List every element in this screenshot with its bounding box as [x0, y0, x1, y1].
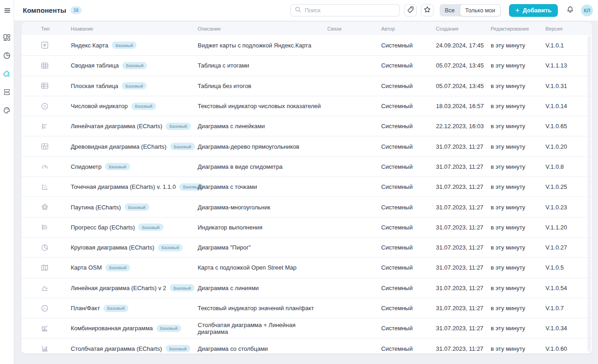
component-created: 31.07.2023, 11:27: [436, 264, 491, 271]
add-component-button[interactable]: + Добавить: [509, 4, 558, 17]
component-created: 22.12.2023, 16:03: [436, 123, 491, 130]
user-avatar[interactable]: КЛ: [581, 5, 593, 16]
component-author: Системный: [381, 143, 436, 150]
column-header-version: Версия: [546, 26, 592, 31]
column-header-links: Связи: [327, 26, 381, 31]
component-edited: в эту минуту: [491, 285, 546, 291]
component-created: 31.07.2023, 11:27: [436, 345, 491, 352]
component-badge: Базовый: [170, 284, 194, 291]
notifications-button[interactable]: [564, 5, 576, 16]
component-author: Системный: [381, 224, 436, 231]
treemap-icon: [41, 143, 71, 150]
component-name: Яндекс Карта: [71, 42, 108, 49]
column-header-author: Автор: [381, 26, 436, 31]
component-name: Древовидная диаграмма (ECharts): [71, 143, 167, 150]
component-created: 31.07.2023, 11:27: [436, 183, 491, 190]
sidebar-item-components-puzzle[interactable]: [0, 65, 14, 83]
component-version: V.1.0.34: [546, 325, 592, 332]
table-scrollbar[interactable]: [588, 36, 591, 352]
tag-icon: [407, 6, 414, 15]
table-row[interactable]: Плоская таблица Базовый Таблица без итог…: [21, 76, 592, 96]
sidebar-item-pie-chart-nav[interactable]: [0, 47, 14, 65]
table-row[interactable]: Паутина (ECharts) Базовый Диаграмма-мног…: [21, 197, 592, 217]
component-description: Диаграмма с точками: [198, 183, 327, 190]
table-header-row: Тип Название Описание Связи Автор Создан…: [21, 22, 592, 35]
component-version: V.1.1.13: [546, 62, 592, 69]
component-edited: в эту минуту: [491, 264, 546, 271]
svg-text:16: 16: [43, 105, 46, 108]
component-name: Спидометр: [71, 163, 101, 170]
table-row[interactable]: Карта OSM Базовый Карта с подложкой Open…: [21, 257, 592, 277]
component-author: Системный: [381, 305, 436, 312]
table-row[interactable]: Яндекс Карта Базовый Виджет карты с подл…: [21, 35, 592, 55]
table-row[interactable]: Круговая диаграмма (ECharts) Базовый Диа…: [21, 237, 592, 257]
component-edited: в эту минуту: [491, 163, 546, 170]
svg-editor-icon: SVG: [3, 88, 10, 96]
combo-chart-icon: [41, 325, 71, 332]
components-puzzle-icon: [3, 70, 10, 78]
component-description: Диаграмма с линиями: [198, 285, 327, 291]
component-badge: Базовый: [166, 123, 190, 130]
favorites-filter-button[interactable]: [421, 4, 434, 16]
table-row[interactable]: Спидометр Базовый Диаграмма в виде спидо…: [21, 156, 592, 177]
table-row[interactable]: Сводная таблица Базовый Таблица с итогам…: [21, 55, 592, 75]
component-author: Системный: [381, 325, 436, 332]
sidebar-item-svg-editor[interactable]: SVG: [0, 83, 14, 101]
component-description: Индикатор выполнения: [198, 224, 327, 231]
table-row[interactable]: Линейная диаграмма (ECharts) v 2 Базовый…: [21, 278, 592, 298]
pie-chart-nav-icon: [3, 52, 10, 59]
component-description: Столбчатая диаграмма + Линейная диаграмм…: [198, 322, 327, 335]
table-row[interactable]: Комбинированная диаграмма Базовый Столбч…: [21, 318, 592, 338]
component-author: Системный: [381, 345, 436, 352]
component-edited: в эту минуту: [491, 183, 546, 190]
component-edited: в эту минуту: [491, 62, 546, 69]
component-created: 31.07.2023, 11:27: [436, 143, 491, 150]
component-edited: в эту минуту: [491, 345, 546, 352]
component-author: Системный: [381, 62, 436, 69]
asterisk-widget-icon: [41, 42, 71, 49]
sidebar-item-dashboards[interactable]: [0, 28, 14, 47]
component-version: V.1.0.7: [546, 305, 592, 312]
menu-toggle-button[interactable]: [0, 0, 14, 21]
component-created: 18.03.2024, 16:57: [436, 103, 491, 109]
search-input[interactable]: [304, 7, 396, 14]
component-author: Системный: [381, 163, 436, 170]
tags-filter-button[interactable]: [404, 4, 417, 16]
pivot-table-icon: [41, 62, 71, 69]
search-box[interactable]: [290, 4, 400, 16]
table-row[interactable]: 16 Числовой индикатор Базовый Текстовый …: [21, 96, 592, 116]
table-body: Яндекс Карта Базовый Виджет карты с подл…: [21, 35, 592, 354]
table-row[interactable]: 75% План/Факт Базовый Текстовый индикато…: [21, 298, 592, 318]
ownership-filter-toggle: Все Только мои: [440, 4, 500, 16]
component-badge: Базовый: [131, 103, 156, 110]
component-description: Текстовый индикатор значений план/факт: [198, 305, 327, 312]
horizontal-bar-chart-icon: [41, 123, 71, 130]
component-edited: в эту минуту: [491, 83, 546, 89]
table-row[interactable]: Древовидная диаграмма (ECharts) Базовый …: [21, 136, 592, 156]
component-name: Прогресс бар (ECharts): [71, 224, 135, 231]
filter-option-all[interactable]: Все: [440, 4, 460, 16]
table-row[interactable]: Прогресс бар (ECharts) Базовый Индикатор…: [21, 217, 592, 237]
component-version: V.1.0.5: [546, 264, 592, 271]
table-row[interactable]: Точечная диаграмма (ECharts) v. 1.1.0 Ба…: [21, 177, 592, 197]
component-name: Карта OSM: [71, 264, 102, 271]
map-icon: [41, 264, 71, 271]
table-row[interactable]: Столбчатая диаграмма (ECharts) Базовый Д…: [21, 338, 592, 354]
component-badge: Базовый: [104, 305, 128, 312]
component-author: Системный: [381, 83, 436, 89]
component-edited: в эту минуту: [491, 244, 546, 251]
filter-option-only-mine[interactable]: Только мои: [460, 4, 501, 16]
component-name: Линейная диаграмма (ECharts) v 2: [71, 285, 166, 291]
component-description: Текстовый индикатор числовых показателей: [198, 103, 327, 109]
component-created: 24.09.2024, 17:45: [436, 42, 491, 49]
svg-text:75%: 75%: [43, 307, 47, 309]
component-author: Системный: [381, 204, 436, 211]
palette-icon: [3, 107, 10, 114]
sidebar-item-palette[interactable]: [0, 101, 14, 120]
table-row[interactable]: Линейчатая диаграмма (ECharts) Базовый Д…: [21, 116, 592, 136]
component-version: V.1.0.31: [546, 83, 592, 89]
component-name: Столбчатая диаграмма (ECharts): [71, 345, 162, 352]
component-edited: в эту минуту: [491, 123, 546, 130]
component-description: Диаграмма-многоугольник: [198, 204, 327, 211]
component-version: V.1.0.14: [546, 103, 592, 109]
